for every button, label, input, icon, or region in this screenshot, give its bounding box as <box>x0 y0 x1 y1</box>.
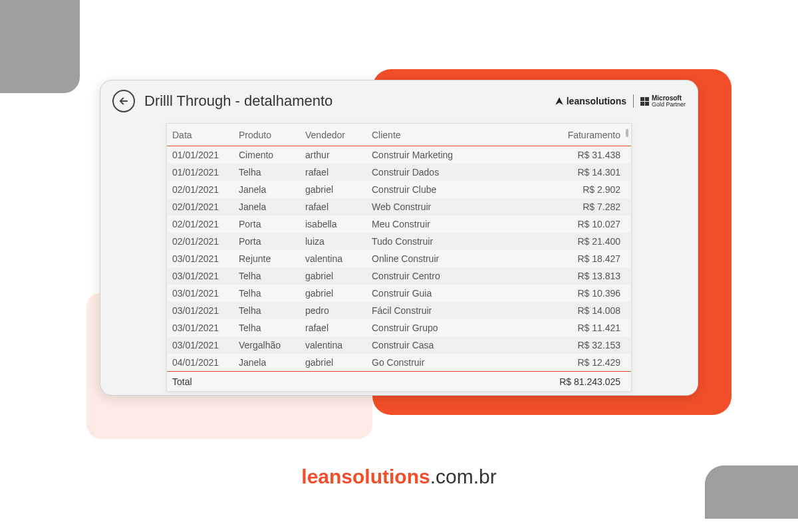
page-title: Drilll Through - detalhamento <box>144 92 332 110</box>
table-cell: Construir Clube <box>372 184 505 195</box>
table-row[interactable]: 03/01/2021RejuntevalentinaOnline Constru… <box>167 250 631 267</box>
table-cell: pedro <box>305 305 372 316</box>
table-footer: Total R$ 81.243.025 <box>167 371 631 391</box>
logo-divider <box>633 94 634 108</box>
table-row[interactable]: 03/01/2021TelharafaelConstruir GrupoR$ 1… <box>167 319 631 336</box>
table-cell: Tudo Construir <box>372 236 505 247</box>
microsoft-logo-line1: Microsoft <box>652 94 682 102</box>
table-cell: R$ 13.813 <box>505 271 624 281</box>
col-header-data[interactable]: Data <box>172 130 239 140</box>
leansolutions-logo-text: leansolutions <box>567 96 626 106</box>
table-cell: Telha <box>239 323 305 333</box>
table-row[interactable]: 02/01/2021PortaisabellaMeu ConstruirR$ 1… <box>167 215 631 233</box>
table-cell: 03/01/2021 <box>172 323 239 333</box>
table-cell: R$ 10.027 <box>505 219 624 229</box>
footer-brand: leansolutions.com.br <box>0 466 798 488</box>
table-cell: gabriel <box>305 271 372 281</box>
microsoft-grid-icon <box>640 97 649 106</box>
table-row[interactable]: 01/01/2021TelharafaelConstruir DadosR$ 1… <box>167 164 631 181</box>
report-window: Drilll Through - detalhamento leansoluti… <box>100 80 698 396</box>
table-cell: R$ 14.008 <box>505 305 624 316</box>
col-header-faturamento[interactable]: Faturamento <box>505 130 624 140</box>
table-cell: Construir Grupo <box>372 323 505 333</box>
table-cell: 04/01/2021 <box>172 357 239 368</box>
window-header: Drilll Through - detalhamento leansoluti… <box>112 90 686 112</box>
table-cell: Web Construir <box>372 201 505 212</box>
microsoft-partner-logo: Microsoft Gold Partner <box>640 95 686 108</box>
col-header-vendedor[interactable]: Vendedor <box>305 130 372 140</box>
table-row[interactable]: 03/01/2021TelhagabrielConstruir GuiaR$ 1… <box>167 285 631 302</box>
table-cell: Construir Guia <box>372 288 505 299</box>
data-table-card: Data Produto Vendedor Cliente Faturament… <box>166 123 632 392</box>
table-cell: valentina <box>305 253 372 264</box>
table-cell: Porta <box>239 236 305 247</box>
table-header: Data Produto Vendedor Cliente Faturament… <box>167 124 631 146</box>
table-cell: Construir Marketing <box>372 150 505 160</box>
table-cell: 02/01/2021 <box>172 219 239 229</box>
table-cell: R$ 11.421 <box>505 323 624 333</box>
table-row[interactable]: 01/01/2021CimentoarthurConstruir Marketi… <box>167 146 631 164</box>
table-cell: R$ 32.153 <box>505 340 624 350</box>
table-cell: 02/01/2021 <box>172 184 239 195</box>
decoration-gray-top-left <box>0 0 80 93</box>
table-cell: Porta <box>239 219 305 229</box>
table-cell: Construir Casa <box>372 340 505 350</box>
arrow-left-icon <box>118 95 130 107</box>
microsoft-logo-line2: Gold Partner <box>652 102 686 108</box>
data-table: Data Produto Vendedor Cliente Faturament… <box>167 124 631 391</box>
table-cell: R$ 18.427 <box>505 253 624 264</box>
table-cell: R$ 7.282 <box>505 201 624 212</box>
leansolutions-mark-icon <box>555 96 564 106</box>
table-row[interactable]: 02/01/2021JanelarafaelWeb ConstruirR$ 7.… <box>167 198 631 215</box>
table-cell: luiza <box>305 236 372 247</box>
table-cell: Janela <box>239 357 305 368</box>
total-value: R$ 81.243.025 <box>505 376 624 387</box>
table-cell: Janela <box>239 201 305 212</box>
table-cell: 03/01/2021 <box>172 271 239 281</box>
table-cell: Telha <box>239 288 305 299</box>
table-cell: rafael <box>305 201 372 212</box>
table-cell: R$ 12.429 <box>505 357 624 368</box>
footer-brand-rest: .com.br <box>430 466 497 487</box>
table-cell: Rejunte <box>239 253 305 264</box>
table-cell: 03/01/2021 <box>172 253 239 264</box>
table-row[interactable]: 03/01/2021TelhapedroFácil ConstruirR$ 14… <box>167 302 631 319</box>
table-cell: valentina <box>305 340 372 350</box>
col-header-produto[interactable]: Produto <box>239 130 305 140</box>
table-cell: 02/01/2021 <box>172 236 239 247</box>
table-cell: R$ 2.902 <box>505 184 624 195</box>
table-cell: R$ 21.400 <box>505 236 624 247</box>
table-cell: Telha <box>239 305 305 316</box>
table-cell: Construir Centro <box>372 271 505 281</box>
table-cell: Fácil Construir <box>372 305 505 316</box>
table-cell: isabella <box>305 219 372 229</box>
table-cell: Telha <box>239 167 305 178</box>
table-cell: rafael <box>305 167 372 178</box>
table-row[interactable]: 02/01/2021PortaluizaTudo ConstruirR$ 21.… <box>167 233 631 250</box>
table-cell: Go Construir <box>372 357 505 368</box>
table-cell: 03/01/2021 <box>172 340 239 350</box>
table-cell: 03/01/2021 <box>172 305 239 316</box>
table-row[interactable]: 02/01/2021JanelagabrielConstruir ClubeR$… <box>167 181 631 198</box>
back-button[interactable] <box>112 90 135 112</box>
table-row[interactable]: 03/01/2021VergalhãovalentinaConstruir Ca… <box>167 336 631 354</box>
table-cell: rafael <box>305 323 372 333</box>
header-logos: leansolutions Microsoft Gold Partner <box>555 94 686 108</box>
col-header-cliente[interactable]: Cliente <box>372 130 505 140</box>
table-cell: Telha <box>239 271 305 281</box>
table-row[interactable]: 03/01/2021TelhagabrielConstruir CentroR$… <box>167 267 631 285</box>
table-cell: 01/01/2021 <box>172 150 239 160</box>
table-body[interactable]: 01/01/2021CimentoarthurConstruir Marketi… <box>167 146 631 371</box>
leansolutions-logo: leansolutions <box>555 96 626 106</box>
table-cell: Meu Construir <box>372 219 505 229</box>
table-cell: gabriel <box>305 184 372 195</box>
scrollbar-indicator[interactable] <box>626 129 628 137</box>
table-cell: Online Construir <box>372 253 505 264</box>
table-cell: R$ 31.438 <box>505 150 624 160</box>
table-cell: R$ 14.301 <box>505 167 624 178</box>
table-cell: 02/01/2021 <box>172 201 239 212</box>
table-row[interactable]: 04/01/2021JanelagabrielGo ConstruirR$ 12… <box>167 354 631 371</box>
table-cell: Vergalhão <box>239 340 305 350</box>
table-cell: Construir Dados <box>372 167 505 178</box>
table-cell: Cimento <box>239 150 305 160</box>
